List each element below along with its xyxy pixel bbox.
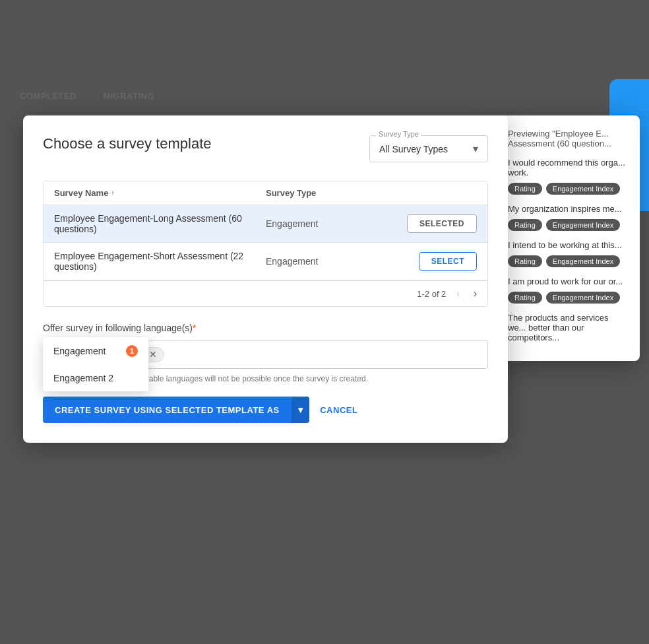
dropdown-item-engagement-label: Engagement — [53, 346, 106, 356]
row-action: SELECTED — [398, 214, 477, 233]
survey-type-value: All Survey Types — [379, 144, 448, 154]
card-view-label: Card View — [20, 66, 629, 78]
column-action — [398, 188, 477, 198]
preview-tag: Rating — [508, 183, 542, 195]
required-indicator: * — [193, 323, 196, 333]
column-survey-type: Survey Type — [266, 188, 398, 198]
dropdown-item-engagement[interactable]: Engagement 1 — [43, 337, 148, 365]
remove-french-tag-button[interactable]: ✕ — [149, 350, 157, 359]
preview-tag: Rating — [508, 292, 542, 304]
pagination: 1-2 of 2 ‹ › — [44, 280, 487, 306]
background-content: Card View COMPLETED MIGRATING — [0, 0, 649, 114]
selected-button[interactable]: SELECTED — [407, 214, 477, 233]
language-section-label: Offer survey in following language(s)* — [43, 323, 488, 333]
preview-tags-4: Rating Engagement Index — [508, 292, 627, 304]
dropdown-item-engagement2-label: Engagement 2 — [53, 373, 113, 383]
preview-tags-3: Rating Engagement Index — [508, 255, 627, 267]
preview-tag: Engagement Index — [546, 183, 620, 195]
pagination-next-button[interactable]: › — [471, 286, 479, 301]
preview-tag: Rating — [508, 255, 542, 267]
preview-tag: Rating — [508, 219, 542, 231]
bg-tab-migrating: MIGRATING — [103, 91, 154, 101]
preview-question-2: My organization inspires me... — [508, 204, 627, 214]
table-row: Employee Engagement-Long Assessment (60 … — [44, 205, 487, 243]
sort-ascending-icon[interactable]: ↑ — [111, 189, 114, 197]
row-survey-name: Employee Engagement-Short Assessment (22… — [54, 251, 266, 272]
row-survey-type: Engagement — [266, 218, 398, 229]
bg-tab-completed: COMPLETED — [20, 91, 77, 101]
dropdown-item-engagement2[interactable]: Engagement 2 — [43, 365, 148, 391]
column-survey-name: Survey Name ↑ — [54, 188, 266, 198]
engagement-badge: 1 — [126, 345, 138, 357]
preview-tag: Engagement Index — [546, 292, 620, 304]
dropdown-arrow-icon: ▾ — [473, 143, 478, 155]
pagination-prev-button[interactable]: ‹ — [454, 286, 462, 301]
create-dropdown-menu: Engagement 1 Engagement 2 — [43, 337, 148, 391]
table-row: Employee Engagement-Short Assessment (22… — [44, 243, 487, 280]
survey-table: Survey Name ↑ Survey Type Employee Engag… — [43, 181, 488, 307]
chevron-right-icon: › — [474, 288, 477, 299]
create-survey-dropdown-arrow[interactable]: ▾ — [292, 397, 310, 423]
table-header: Survey Name ↑ Survey Type — [44, 181, 487, 205]
row-action: SELECT — [398, 252, 477, 271]
pagination-info: 1-2 of 2 — [417, 289, 446, 299]
chevron-left-icon: ‹ — [456, 288, 460, 299]
preview-panel: Previewing "Employee E... Assessment (60… — [495, 115, 640, 361]
create-survey-label: CREATE SURVEY USING SELECTED TEMPLATE AS — [43, 397, 292, 423]
preview-title: Previewing "Employee E... Assessment (60… — [508, 129, 627, 148]
survey-type-dropdown[interactable]: All Survey Types ▾ — [369, 135, 488, 162]
row-survey-type: Engagement — [266, 256, 398, 267]
dialog-title: Choose a survey template — [43, 135, 212, 152]
survey-type-filter-label: Survey Type — [376, 130, 421, 138]
survey-template-dialog: Choose a survey template Survey Type All… — [23, 115, 508, 443]
dialog-footer: CREATE SURVEY USING SELECTED TEMPLATE AS… — [43, 397, 488, 423]
preview-tag: Engagement Index — [546, 255, 620, 267]
row-survey-name: Employee Engagement-Long Assessment (60 … — [54, 213, 266, 234]
preview-tags-2: Rating Engagement Index — [508, 219, 627, 231]
preview-tag: Engagement Index — [546, 219, 620, 231]
bg-tabs: COMPLETED MIGRATING — [20, 91, 629, 101]
select-button[interactable]: SELECT — [419, 252, 477, 271]
preview-question-5: The products and services we... better t… — [508, 313, 627, 342]
preview-question-1: I would recommend this orga... work. — [508, 158, 627, 177]
preview-question-4: I am proud to work for our or... — [508, 276, 627, 286]
dialog-header: Choose a survey template Survey Type All… — [43, 135, 488, 162]
preview-tags-1: Rating Engagement Index — [508, 183, 627, 195]
survey-type-filter[interactable]: Survey Type All Survey Types ▾ — [369, 135, 488, 162]
cancel-button[interactable]: CANCEL — [320, 405, 357, 415]
create-survey-button[interactable]: CREATE SURVEY USING SELECTED TEMPLATE AS… — [43, 397, 309, 423]
preview-question-3: I intend to be working at this... — [508, 240, 627, 250]
